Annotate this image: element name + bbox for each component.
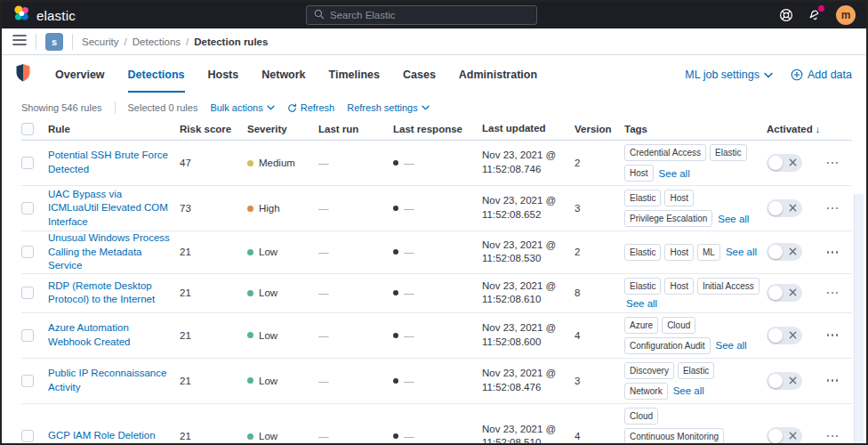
tab-network[interactable]: Network bbox=[261, 57, 305, 93]
header-activated[interactable]: Activated↓ bbox=[767, 124, 820, 134]
tag-badge: Cloud bbox=[624, 408, 658, 425]
activated-toggle[interactable] bbox=[767, 199, 802, 217]
row-checkbox[interactable] bbox=[21, 202, 34, 214]
activated-toggle[interactable] bbox=[767, 372, 802, 390]
tab-detections[interactable]: Detections bbox=[128, 57, 185, 93]
activated-toggle[interactable] bbox=[767, 327, 802, 344]
last-response-value: — bbox=[404, 330, 414, 341]
rule-name-link[interactable]: UAC Bypass via ICMLuaUtil Elevated COM I… bbox=[48, 189, 168, 227]
sort-descending-icon: ↓ bbox=[816, 124, 821, 134]
add-data-button[interactable]: Add data bbox=[791, 69, 852, 81]
row-actions-button[interactable] bbox=[827, 379, 839, 382]
see-all-link[interactable]: See all bbox=[659, 168, 690, 179]
table-row: Azure Automation Webhook Created 21 Low … bbox=[21, 313, 852, 359]
row-actions-button[interactable] bbox=[827, 251, 839, 254]
row-checkbox[interactable] bbox=[21, 157, 34, 169]
toggle-off-x-icon bbox=[789, 376, 797, 384]
tags-cell: Credential AccessElasticHostSee all bbox=[624, 141, 767, 185]
tag-badge: ML bbox=[697, 244, 720, 261]
tags-cell: AzureCloudConfiguration AuditSee all bbox=[624, 313, 767, 358]
vertical-scrollbar[interactable] bbox=[854, 194, 864, 445]
response-status-dot bbox=[393, 160, 398, 166]
row-actions-button[interactable] bbox=[827, 207, 839, 210]
user-avatar[interactable]: m bbox=[836, 5, 856, 25]
last-updated-value: Nov 23, 2021 @ 11:52:08.610 bbox=[482, 279, 575, 307]
row-actions-button[interactable] bbox=[827, 292, 839, 295]
header-last-response[interactable]: Last response bbox=[393, 124, 482, 134]
row-checkbox[interactable] bbox=[21, 375, 34, 387]
header-version[interactable]: Version bbox=[575, 124, 624, 134]
tab-administration[interactable]: Administration bbox=[459, 57, 537, 93]
activated-toggle[interactable] bbox=[767, 284, 802, 302]
bulk-actions-button[interactable]: Bulk actions bbox=[210, 102, 274, 113]
row-actions-button[interactable] bbox=[827, 435, 839, 438]
header-rule[interactable]: Rule bbox=[48, 124, 180, 134]
rules-table: Rule Risk score Severity Last run Last r… bbox=[21, 117, 852, 445]
tags-cell: DiscoveryElasticNetworkSee all bbox=[624, 359, 767, 403]
tab-overview[interactable]: Overview bbox=[55, 57, 105, 93]
version-value: 3 bbox=[575, 203, 624, 214]
refresh-label: Refresh bbox=[301, 102, 335, 113]
app-window: elastic m s Security / bbox=[0, 0, 868, 445]
notification-badge bbox=[818, 5, 824, 12]
breadcrumb-detections[interactable]: Detections bbox=[133, 36, 181, 47]
header-tags[interactable]: Tags bbox=[624, 120, 767, 138]
chevron-down-icon bbox=[764, 72, 773, 78]
global-search[interactable] bbox=[306, 5, 537, 25]
refresh-button[interactable]: Refresh bbox=[287, 102, 335, 113]
elastic-brand[interactable]: elastic bbox=[12, 4, 306, 26]
see-all-link[interactable]: See all bbox=[626, 298, 657, 309]
header-activated-label: Activated bbox=[767, 124, 813, 134]
rule-name-link[interactable]: Azure Automation Webhook Created bbox=[48, 322, 130, 347]
rule-name-link[interactable]: GCP IAM Role Deletion bbox=[48, 430, 156, 441]
space-badge[interactable]: s bbox=[45, 33, 63, 51]
tag-badge: Azure bbox=[624, 317, 658, 334]
activated-toggle[interactable] bbox=[767, 243, 802, 261]
see-all-link[interactable]: See all bbox=[726, 247, 757, 257]
tag-badge: Elastic bbox=[624, 244, 661, 261]
breadcrumb-security[interactable]: Security bbox=[82, 36, 119, 47]
row-checkbox[interactable] bbox=[21, 287, 34, 299]
notifications-bell-icon[interactable] bbox=[808, 8, 822, 22]
see-all-link[interactable]: See all bbox=[718, 214, 749, 224]
row-checkbox[interactable] bbox=[21, 430, 34, 442]
last-response-value: — bbox=[404, 203, 414, 214]
rule-name-link[interactable]: Potential SSH Brute Force Detected bbox=[48, 150, 168, 174]
tag-badge: Continuous Monitoring bbox=[624, 428, 724, 445]
header-severity[interactable]: Severity bbox=[247, 124, 318, 134]
header-last-updated[interactable]: Last updated bbox=[482, 122, 575, 136]
breadcrumb-bar: s Security / Detections / Detection rule… bbox=[2, 28, 866, 55]
refresh-settings-button[interactable]: Refresh settings bbox=[347, 102, 429, 113]
tab-cases[interactable]: Cases bbox=[403, 57, 436, 93]
tab-hosts[interactable]: Hosts bbox=[208, 57, 239, 93]
last-response-value: — bbox=[404, 247, 414, 257]
see-all-link[interactable]: See all bbox=[716, 340, 747, 351]
last-response-value: — bbox=[404, 431, 414, 441]
severity-label: Medium bbox=[259, 158, 295, 168]
activated-toggle[interactable] bbox=[767, 427, 802, 445]
search-input[interactable] bbox=[330, 10, 529, 20]
select-all-checkbox[interactable] bbox=[21, 123, 34, 135]
ml-job-settings-button[interactable]: ML job settings bbox=[685, 69, 773, 81]
help-icon[interactable] bbox=[779, 8, 793, 22]
row-checkbox[interactable] bbox=[21, 329, 34, 342]
showing-count: Showing 546 rules bbox=[21, 102, 102, 113]
row-checkbox[interactable] bbox=[21, 246, 34, 258]
severity-label: Low bbox=[259, 287, 277, 298]
toggle-knob bbox=[768, 429, 783, 443]
row-actions-button[interactable] bbox=[827, 334, 839, 336]
tag-badge: Elastic bbox=[678, 362, 714, 379]
header-risk-score[interactable]: Risk score bbox=[180, 124, 247, 134]
menu-hamburger-icon[interactable] bbox=[12, 34, 27, 50]
rule-name-link[interactable]: RDP (Remote Desktop Protocol) to the Int… bbox=[48, 280, 155, 305]
activated-toggle[interactable] bbox=[767, 154, 802, 172]
rule-name-link[interactable]: Unusual Windows Process Calling the Meta… bbox=[48, 232, 170, 271]
row-actions-button[interactable] bbox=[827, 162, 839, 165]
rule-name-link[interactable]: Public IP Reconnaissance Activity bbox=[48, 368, 166, 392]
tab-timelines[interactable]: Timelines bbox=[329, 57, 380, 93]
header-last-run[interactable]: Last run bbox=[318, 124, 393, 134]
see-all-link[interactable]: See all bbox=[673, 385, 704, 396]
toggle-knob bbox=[768, 286, 783, 300]
severity-dot bbox=[247, 332, 253, 338]
tag-badge: Initial Access bbox=[697, 278, 760, 295]
